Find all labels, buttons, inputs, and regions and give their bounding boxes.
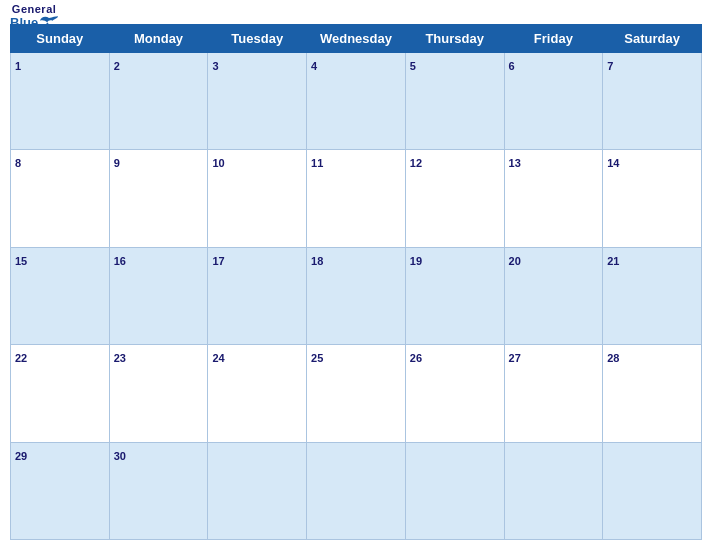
weekday-header-wednesday: Wednesday xyxy=(307,25,406,53)
day-number: 23 xyxy=(114,352,126,364)
day-number: 4 xyxy=(311,60,317,72)
day-number: 19 xyxy=(410,255,422,267)
day-number: 20 xyxy=(509,255,521,267)
calendar-day-cell: 22 xyxy=(11,345,110,442)
calendar-body: 1234567891011121314151617181920212223242… xyxy=(11,53,702,540)
day-number: 12 xyxy=(410,157,422,169)
calendar-day-cell: 19 xyxy=(405,247,504,344)
day-number: 24 xyxy=(212,352,224,364)
calendar-day-cell xyxy=(307,442,406,539)
weekday-header-tuesday: Tuesday xyxy=(208,25,307,53)
day-number: 11 xyxy=(311,157,323,169)
day-number: 29 xyxy=(15,450,27,462)
calendar-day-cell: 7 xyxy=(603,53,702,150)
day-number: 30 xyxy=(114,450,126,462)
calendar-day-cell: 18 xyxy=(307,247,406,344)
calendar-day-cell: 15 xyxy=(11,247,110,344)
day-number: 14 xyxy=(607,157,619,169)
calendar-week-row: 1234567 xyxy=(11,53,702,150)
day-number: 3 xyxy=(212,60,218,72)
calendar-week-row: 15161718192021 xyxy=(11,247,702,344)
calendar-day-cell: 29 xyxy=(11,442,110,539)
calendar-day-cell: 4 xyxy=(307,53,406,150)
day-number: 6 xyxy=(509,60,515,72)
day-number: 5 xyxy=(410,60,416,72)
calendar-day-cell: 5 xyxy=(405,53,504,150)
day-number: 18 xyxy=(311,255,323,267)
day-number: 22 xyxy=(15,352,27,364)
calendar-day-cell: 27 xyxy=(504,345,603,442)
day-number: 15 xyxy=(15,255,27,267)
calendar-day-cell: 10 xyxy=(208,150,307,247)
calendar-day-cell: 26 xyxy=(405,345,504,442)
calendar-day-cell: 14 xyxy=(603,150,702,247)
day-number: 8 xyxy=(15,157,21,169)
calendar-day-cell: 8 xyxy=(11,150,110,247)
calendar-day-cell: 6 xyxy=(504,53,603,150)
day-number: 16 xyxy=(114,255,126,267)
logo-blue: Blue xyxy=(10,15,58,30)
calendar-day-cell: 17 xyxy=(208,247,307,344)
calendar-day-cell: 16 xyxy=(109,247,208,344)
calendar-day-cell xyxy=(405,442,504,539)
calendar-day-cell: 28 xyxy=(603,345,702,442)
calendar-week-row: 2930 xyxy=(11,442,702,539)
day-number: 17 xyxy=(212,255,224,267)
calendar-day-cell: 1 xyxy=(11,53,110,150)
day-number: 25 xyxy=(311,352,323,364)
calendar-day-cell: 12 xyxy=(405,150,504,247)
calendar-week-row: 22232425262728 xyxy=(11,345,702,442)
day-number: 21 xyxy=(607,255,619,267)
day-number: 2 xyxy=(114,60,120,72)
day-number: 27 xyxy=(509,352,521,364)
calendar-day-cell: 25 xyxy=(307,345,406,442)
calendar-day-cell: 9 xyxy=(109,150,208,247)
calendar-day-cell: 3 xyxy=(208,53,307,150)
logo: General Blue xyxy=(10,3,58,30)
calendar-day-cell: 24 xyxy=(208,345,307,442)
calendar-day-cell xyxy=(504,442,603,539)
calendar-day-cell xyxy=(603,442,702,539)
calendar-day-cell xyxy=(208,442,307,539)
day-number: 26 xyxy=(410,352,422,364)
weekday-header-thursday: Thursday xyxy=(405,25,504,53)
calendar-day-cell: 21 xyxy=(603,247,702,344)
calendar-day-cell: 13 xyxy=(504,150,603,247)
day-number: 9 xyxy=(114,157,120,169)
calendar-week-row: 891011121314 xyxy=(11,150,702,247)
calendar-day-cell: 23 xyxy=(109,345,208,442)
day-number: 7 xyxy=(607,60,613,72)
weekday-header-monday: Monday xyxy=(109,25,208,53)
calendar-table: SundayMondayTuesdayWednesdayThursdayFrid… xyxy=(10,24,702,540)
calendar-day-cell: 20 xyxy=(504,247,603,344)
day-number: 1 xyxy=(15,60,21,72)
weekday-header-friday: Friday xyxy=(504,25,603,53)
weekday-header-saturday: Saturday xyxy=(603,25,702,53)
day-number: 28 xyxy=(607,352,619,364)
calendar-day-cell: 2 xyxy=(109,53,208,150)
calendar-header-row: SundayMondayTuesdayWednesdayThursdayFrid… xyxy=(11,25,702,53)
logo-bird-icon xyxy=(40,15,58,29)
calendar-day-cell: 30 xyxy=(109,442,208,539)
day-number: 13 xyxy=(509,157,521,169)
logo-general: General xyxy=(12,3,56,15)
day-number: 10 xyxy=(212,157,224,169)
calendar-header: General Blue xyxy=(10,10,702,20)
calendar-day-cell: 11 xyxy=(307,150,406,247)
